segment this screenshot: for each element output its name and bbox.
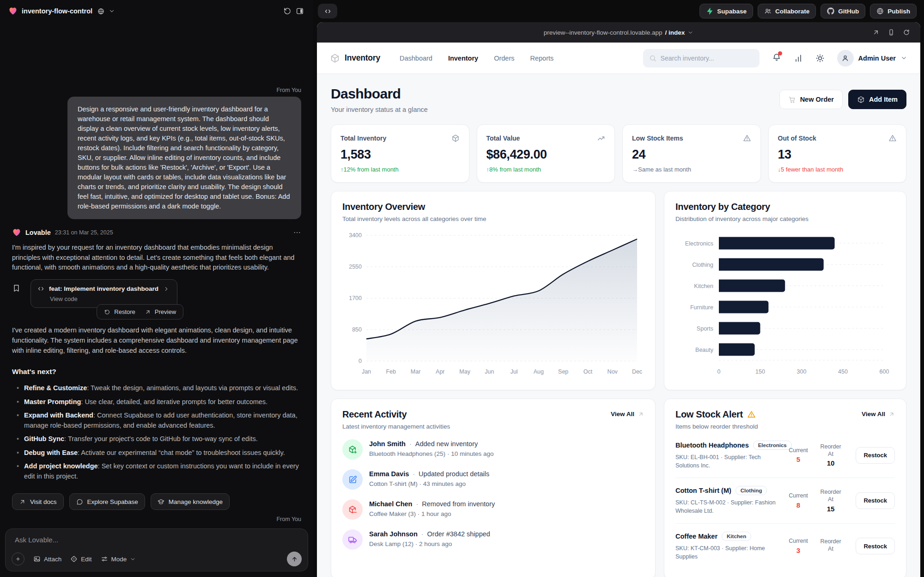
reorder-at: 15: [816, 505, 845, 513]
collaborate-button[interactable]: Collaborate: [758, 4, 816, 18]
github-button[interactable]: GitHub: [821, 4, 865, 18]
section-title: Inventory by Category: [675, 202, 895, 212]
svg-text:3400: 3400: [349, 232, 362, 239]
kpi-delta: ↓5 fewer than last month: [778, 166, 897, 173]
app-brand[interactable]: Inventory: [330, 53, 380, 63]
chat-input-placeholder[interactable]: Ask Lovable...: [12, 535, 302, 552]
view-all-link[interactable]: View All: [862, 411, 895, 417]
kpi-card: Out of Stock13↓5 fewer than last month: [768, 124, 907, 183]
preview-button[interactable]: Preview: [145, 308, 176, 315]
supabase-button[interactable]: Supabase: [699, 4, 753, 18]
reorder-at: 10: [816, 459, 845, 467]
svg-text:May: May: [459, 368, 470, 375]
nav-orders[interactable]: Orders: [494, 55, 514, 62]
version-card[interactable]: feat: Implement inventory dashboard View…: [30, 279, 177, 308]
svg-text:Clothing: Clothing: [692, 262, 713, 268]
assistant-intro: I'm inspired by your request for an inve…: [12, 243, 301, 273]
project-name: inventory-flow-control: [22, 7, 92, 15]
bookmark-icon[interactable]: [12, 279, 30, 308]
quick-action-explore-supabase[interactable]: Explore Supabase: [69, 493, 145, 510]
activity-item: Sarah Johnson·Order #3842 shippedDesk La…: [342, 529, 644, 550]
alert-triangle-icon: [743, 134, 751, 142]
avatar: [837, 50, 854, 67]
kpi-card: Total Inventory1,583↑12% from last month: [331, 124, 469, 183]
kpi-card: Total Value$86,429.00↑8% from last month: [477, 124, 615, 183]
restore-button[interactable]: Restore: [104, 308, 135, 315]
restock-button[interactable]: Restock: [856, 447, 895, 464]
whats-next-heading: What's next?: [12, 368, 301, 376]
search-icon: [649, 55, 657, 62]
history-icon[interactable]: [283, 7, 292, 15]
analytics-button[interactable]: [794, 54, 803, 63]
github-icon: [827, 7, 834, 15]
restock-button[interactable]: Restock: [856, 492, 895, 509]
kpi-delta: ↑8% from last month: [486, 166, 606, 173]
new-order-button[interactable]: New Order: [779, 90, 843, 109]
lovable-heart-icon: [8, 6, 18, 16]
open-in-new-tab-icon[interactable]: [872, 29, 880, 36]
chat-thread: From You Design a responsive and user-fr…: [0, 22, 313, 526]
alert-triangle-icon: [888, 134, 897, 142]
section-title: Recent Activity: [342, 409, 450, 420]
kpi-value: 13: [778, 147, 897, 162]
notification-dot: [778, 51, 782, 55]
chat-input-box[interactable]: Ask Lovable... Attach Edit Mode: [5, 528, 308, 571]
assistant-name: Lovable: [25, 229, 51, 236]
mode-selector[interactable]: Mode: [101, 555, 136, 563]
quick-actions-row: Visit docsExplore SupabaseManage knowled…: [12, 493, 301, 510]
arrow-up-right-icon: [888, 411, 895, 417]
send-button[interactable]: [287, 552, 302, 566]
edit-button[interactable]: Edit: [70, 555, 91, 563]
package-minus-icon: [342, 499, 363, 520]
code-view-toggle[interactable]: [318, 4, 337, 18]
panel-toggle-icon[interactable]: [296, 7, 304, 15]
theme-toggle-button[interactable]: [815, 54, 825, 63]
workspace-topbar: SupabaseCollaborateGitHubPublish: [313, 0, 924, 22]
publish-button[interactable]: Publish: [870, 4, 917, 18]
cart-icon: [788, 96, 796, 104]
nav-dashboard[interactable]: Dashboard: [400, 55, 432, 62]
kpi-card: Low Stock Items24→Same as last month: [622, 124, 761, 183]
add-item-button[interactable]: Add Item: [848, 90, 906, 109]
current-stock: 3: [784, 546, 813, 554]
preview-url[interactable]: preview--inventory-flow-control.lovable.…: [544, 29, 693, 36]
kpi-value: 24: [632, 147, 751, 162]
attach-button[interactable]: Attach: [33, 555, 61, 563]
svg-text:Aug: Aug: [534, 368, 544, 375]
svg-text:Nov: Nov: [608, 368, 618, 375]
chat-panel: inventory-flow-control From You Design a…: [0, 0, 313, 577]
restock-button[interactable]: Restock: [856, 538, 895, 554]
package-icon: [330, 53, 340, 63]
globe-icon: [876, 7, 884, 15]
notifications-button[interactable]: [772, 53, 781, 64]
inventory-by-category-card: Inventory by Category Distribution of in…: [664, 191, 906, 390]
package-icon: [451, 134, 460, 142]
view-all-link[interactable]: View All: [611, 411, 644, 417]
more-options-icon[interactable]: [293, 228, 301, 237]
section-title: Low Stock Alert: [675, 409, 743, 420]
inventory-app: Inventory DashboardInventoryOrdersReport…: [317, 43, 920, 577]
globe-icon[interactable]: [97, 8, 104, 15]
whats-next-item: •GitHub Sync: Transfer your project's co…: [17, 434, 301, 444]
quick-action-manage-knowledge[interactable]: Manage knowledge: [151, 493, 230, 510]
app-nav: DashboardInventoryOrdersReports: [400, 55, 553, 62]
users-icon: [764, 7, 772, 15]
view-code-link[interactable]: View code: [50, 295, 170, 302]
edit-square-icon: [342, 469, 363, 490]
mobile-preview-icon[interactable]: [888, 29, 895, 36]
svg-text:Apr: Apr: [436, 368, 444, 375]
restore-icon: [104, 309, 110, 315]
quick-action-visit-docs[interactable]: Visit docs: [12, 493, 64, 510]
search-input[interactable]: Search inventory...: [643, 49, 760, 68]
svg-text:600: 600: [880, 368, 889, 375]
refresh-icon[interactable]: [903, 29, 910, 36]
section-title: Inventory Overview: [342, 202, 644, 212]
svg-text:Feb: Feb: [386, 368, 396, 375]
whats-next-item: •Expand with Backend: Connect Supabase t…: [17, 411, 301, 430]
svg-text:300: 300: [797, 368, 807, 375]
nav-inventory[interactable]: Inventory: [448, 55, 478, 62]
nav-reports[interactable]: Reports: [530, 55, 554, 62]
chevron-down-icon[interactable]: [109, 8, 115, 14]
add-attachment-button[interactable]: [12, 552, 24, 565]
user-menu[interactable]: Admin User: [837, 50, 907, 67]
